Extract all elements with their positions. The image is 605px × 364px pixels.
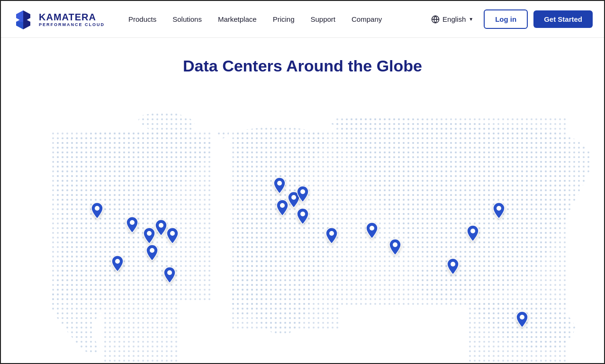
- pin-amsterdam1[interactable]: [273, 178, 286, 195]
- main-content: Data Centers Around the Globe: [1, 38, 604, 364]
- svg-point-35: [497, 206, 501, 211]
- svg-point-36: [520, 315, 524, 320]
- svg-point-18: [130, 220, 135, 225]
- brand-name: KAMATERA: [39, 12, 105, 22]
- svg-point-17: [95, 206, 99, 211]
- pin-losangeles[interactable]: [111, 256, 124, 274]
- pin-miami[interactable]: [163, 267, 176, 285]
- pin-dallas2[interactable]: [143, 228, 155, 246]
- nav-links: Products Solutions Marketplace Pricing S…: [122, 11, 426, 27]
- logo-text: KAMATERA PERFORMANCE CLOUD: [39, 12, 105, 27]
- svg-point-22: [150, 248, 154, 253]
- pin-chicago[interactable]: [146, 245, 158, 263]
- navbar: KAMATERA PERFORMANCE CLOUD Products Solu…: [1, 1, 604, 38]
- svg-point-24: [167, 270, 172, 275]
- pin-dubai[interactable]: [366, 222, 378, 240]
- language-label: English: [442, 15, 466, 23]
- svg-point-26: [291, 195, 296, 200]
- logo[interactable]: KAMATERA PERFORMANCE CLOUD: [12, 9, 105, 30]
- svg-point-27: [300, 189, 305, 194]
- svg-point-23: [115, 259, 120, 264]
- map-container: [14, 89, 592, 364]
- page-title: Data Centers Around the Globe: [183, 57, 422, 75]
- svg-point-30: [329, 231, 334, 236]
- pin-frankfurt[interactable]: [297, 186, 309, 204]
- nav-products[interactable]: Products: [122, 11, 163, 27]
- pin-london[interactable]: [276, 200, 289, 218]
- nav-marketplace[interactable]: Marketplace: [211, 11, 263, 27]
- nav-solutions[interactable]: Solutions: [166, 11, 208, 27]
- svg-point-33: [451, 262, 455, 266]
- logo-icon: [12, 9, 34, 30]
- svg-point-28: [280, 203, 285, 208]
- pin-mumbai[interactable]: [389, 239, 401, 257]
- pin-milan[interactable]: [297, 208, 309, 226]
- nav-pricing[interactable]: Pricing: [266, 11, 301, 27]
- login-button[interactable]: Log in: [484, 9, 528, 29]
- world-map: [14, 89, 592, 364]
- svg-point-31: [370, 226, 374, 231]
- get-started-button[interactable]: Get Started: [533, 10, 593, 28]
- globe-icon: [431, 15, 440, 24]
- chevron-down-icon: ▼: [469, 17, 473, 22]
- brand-subtitle: PERFORMANCE CLOUD: [39, 22, 105, 27]
- pin-hongkong[interactable]: [467, 225, 479, 243]
- nav-company[interactable]: Company: [345, 11, 388, 27]
- pin-sydney[interactable]: [516, 311, 528, 329]
- pin-singapore[interactable]: [447, 258, 459, 276]
- pin-dallas1[interactable]: [126, 217, 138, 235]
- svg-point-21: [170, 231, 175, 236]
- pin-dallas4[interactable]: [166, 228, 179, 246]
- nav-right: English ▼ Log in Get Started: [426, 9, 593, 29]
- svg-point-34: [470, 229, 475, 233]
- pin-vancouver[interactable]: [91, 203, 103, 221]
- svg-point-20: [159, 223, 163, 228]
- svg-point-19: [147, 231, 152, 236]
- pin-tokyo[interactable]: [493, 203, 505, 221]
- svg-point-32: [393, 242, 397, 247]
- svg-point-25: [277, 181, 282, 186]
- nav-support[interactable]: Support: [304, 11, 342, 27]
- pin-dallas3[interactable]: [155, 220, 167, 238]
- pin-telaviv[interactable]: [325, 228, 338, 246]
- svg-point-29: [300, 212, 305, 216]
- language-selector[interactable]: English ▼: [426, 12, 478, 27]
